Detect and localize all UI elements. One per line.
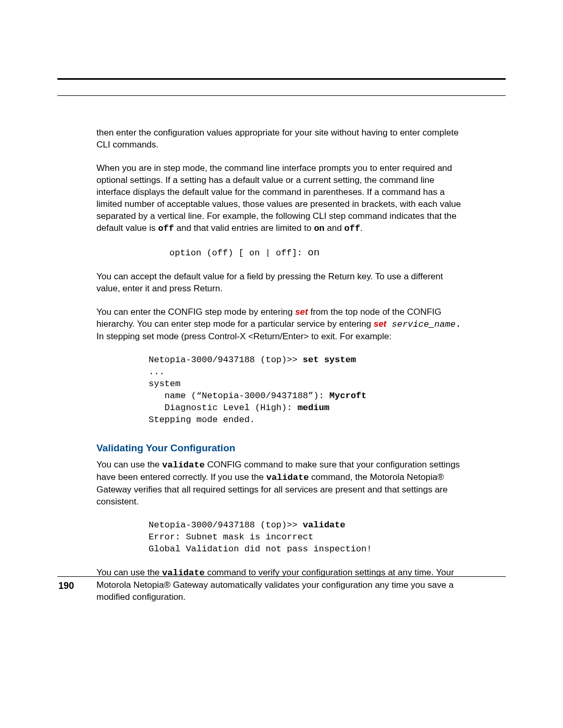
text: and that valid entries are limited to (174, 223, 314, 233)
paragraph-validate-intro: You can use the validate CONFIG command … (96, 459, 467, 508)
paragraph-intro: then enter the configuration values appr… (96, 127, 467, 151)
code-set-system-example: Netopia-3000/9437188 (top)>> set system … (96, 354, 467, 426)
section-heading-validating: Validating Your Configuration (96, 441, 467, 455)
code-option-example: option (off) [ on | off]: on (96, 246, 467, 260)
keyword-set-1: set (295, 307, 308, 317)
inline-code-validate: validate (162, 460, 205, 470)
paragraph-enter-config: You can enter the CONFIG step mode by en… (96, 306, 467, 343)
code-line: Stepping mode ended. (149, 415, 255, 425)
keyword-dot: . (456, 319, 461, 329)
page-container: then enter the configuration values appr… (0, 0, 563, 728)
text: When you are in step mode, the command l… (96, 163, 461, 233)
code-line: system (149, 379, 180, 389)
code-validate-example: Netopia-3000/9437188 (top)>> validate Er… (96, 520, 467, 556)
code-line: Global Validation did not pass inspectio… (149, 544, 372, 554)
keyword-service-name: service_name (386, 319, 456, 329)
code-user-input: validate (303, 520, 346, 530)
code-line: Error: Subnet mask is incorrect (149, 532, 313, 542)
code-user-input: set system (303, 355, 356, 365)
bottom-thin-rule (57, 576, 506, 577)
text: You can enter the CONFIG step mode by en… (96, 307, 295, 317)
code-text: name (“Netopia-3000/9437188”): (149, 391, 329, 401)
code-text: Diagnostic Level (High): (149, 403, 298, 413)
text: You can use the (96, 567, 162, 577)
code-user-input: Mycroft (329, 391, 366, 401)
text: In stepping set mode (press Control-X <R… (96, 331, 391, 341)
paragraph-validate-anytime: You can use the validate command to veri… (96, 567, 467, 603)
text: You can use the (96, 460, 162, 470)
code-user-input: on (308, 247, 320, 258)
code-line: Diagnostic Level (High): medium (149, 403, 329, 413)
paragraph-accept-default: You can accept the default value for a f… (96, 271, 467, 295)
code-user-input: medium (298, 403, 329, 413)
text: . (360, 223, 363, 233)
paragraph-stepmode: When you are in step mode, the command l… (96, 163, 467, 235)
inline-code-off2: off (344, 224, 360, 233)
code-line: Netopia-3000/9437188 (top)>> validate (149, 520, 345, 530)
code-text: Netopia-3000/9437188 (top)>> (149, 355, 303, 365)
code-text: option (off) [ on | off]: (169, 248, 308, 258)
page-content: then enter the configuration values appr… (57, 96, 506, 603)
top-thick-rule (57, 78, 506, 80)
inline-code-off: off (158, 224, 174, 233)
text: and (325, 223, 345, 233)
code-line: name (“Netopia-3000/9437188”): Mycroft (149, 391, 366, 401)
inline-code-on: on (314, 224, 324, 233)
page-number: 190 (58, 581, 74, 591)
keyword-set-2: set (374, 319, 387, 329)
code-line: Netopia-3000/9437188 (top)>> set system (149, 355, 356, 365)
code-text: Netopia-3000/9437188 (top)>> (149, 520, 303, 530)
code-line: ... (149, 367, 165, 377)
footer-rule-container (57, 576, 506, 577)
inline-code-validate2: validate (266, 473, 309, 483)
